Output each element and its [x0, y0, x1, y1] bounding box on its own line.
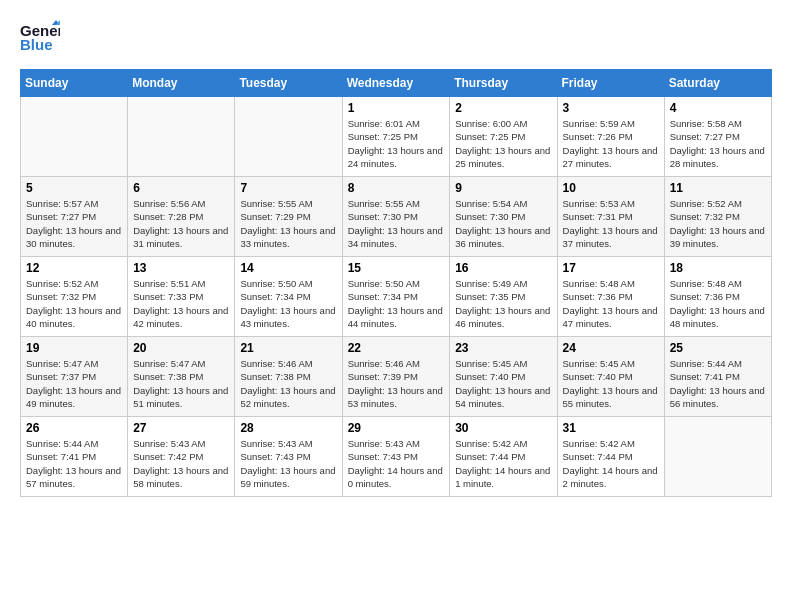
calendar-cell: 9Sunrise: 5:54 AMSunset: 7:30 PMDaylight…: [450, 177, 557, 257]
calendar-cell: 21Sunrise: 5:46 AMSunset: 7:38 PMDayligh…: [235, 337, 342, 417]
day-info: Sunrise: 5:43 AMSunset: 7:43 PMDaylight:…: [240, 437, 336, 490]
day-number: 26: [26, 421, 122, 435]
weekday-header-sunday: Sunday: [21, 70, 128, 97]
calendar-week-row: 12Sunrise: 5:52 AMSunset: 7:32 PMDayligh…: [21, 257, 772, 337]
day-number: 14: [240, 261, 336, 275]
day-number: 24: [563, 341, 659, 355]
day-info: Sunrise: 5:55 AMSunset: 7:30 PMDaylight:…: [348, 197, 445, 250]
day-number: 23: [455, 341, 551, 355]
calendar-table: SundayMondayTuesdayWednesdayThursdayFrid…: [20, 69, 772, 497]
day-info: Sunrise: 6:00 AMSunset: 7:25 PMDaylight:…: [455, 117, 551, 170]
day-number: 20: [133, 341, 229, 355]
calendar-cell: 22Sunrise: 5:46 AMSunset: 7:39 PMDayligh…: [342, 337, 450, 417]
day-info: Sunrise: 5:48 AMSunset: 7:36 PMDaylight:…: [563, 277, 659, 330]
day-info: Sunrise: 5:50 AMSunset: 7:34 PMDaylight:…: [240, 277, 336, 330]
day-number: 30: [455, 421, 551, 435]
day-info: Sunrise: 5:52 AMSunset: 7:32 PMDaylight:…: [26, 277, 122, 330]
calendar-cell: [664, 417, 771, 497]
day-number: 28: [240, 421, 336, 435]
calendar-cell: 1Sunrise: 6:01 AMSunset: 7:25 PMDaylight…: [342, 97, 450, 177]
weekday-header-row: SundayMondayTuesdayWednesdayThursdayFrid…: [21, 70, 772, 97]
day-info: Sunrise: 5:42 AMSunset: 7:44 PMDaylight:…: [455, 437, 551, 490]
day-number: 13: [133, 261, 229, 275]
calendar-cell: [128, 97, 235, 177]
day-number: 10: [563, 181, 659, 195]
day-number: 22: [348, 341, 445, 355]
day-info: Sunrise: 5:52 AMSunset: 7:32 PMDaylight:…: [670, 197, 766, 250]
calendar-week-row: 5Sunrise: 5:57 AMSunset: 7:27 PMDaylight…: [21, 177, 772, 257]
day-number: 29: [348, 421, 445, 435]
page-header: General Blue: [20, 20, 772, 59]
calendar-cell: 14Sunrise: 5:50 AMSunset: 7:34 PMDayligh…: [235, 257, 342, 337]
day-info: Sunrise: 5:55 AMSunset: 7:29 PMDaylight:…: [240, 197, 336, 250]
day-info: Sunrise: 5:47 AMSunset: 7:38 PMDaylight:…: [133, 357, 229, 410]
day-number: 15: [348, 261, 445, 275]
day-number: 31: [563, 421, 659, 435]
logo: General Blue: [20, 20, 60, 59]
day-info: Sunrise: 5:51 AMSunset: 7:33 PMDaylight:…: [133, 277, 229, 330]
calendar-cell: 3Sunrise: 5:59 AMSunset: 7:26 PMDaylight…: [557, 97, 664, 177]
calendar-cell: 12Sunrise: 5:52 AMSunset: 7:32 PMDayligh…: [21, 257, 128, 337]
day-number: 1: [348, 101, 445, 115]
day-info: Sunrise: 5:59 AMSunset: 7:26 PMDaylight:…: [563, 117, 659, 170]
calendar-cell: 17Sunrise: 5:48 AMSunset: 7:36 PMDayligh…: [557, 257, 664, 337]
day-number: 7: [240, 181, 336, 195]
day-number: 12: [26, 261, 122, 275]
day-info: Sunrise: 5:49 AMSunset: 7:35 PMDaylight:…: [455, 277, 551, 330]
calendar-cell: 7Sunrise: 5:55 AMSunset: 7:29 PMDaylight…: [235, 177, 342, 257]
day-number: 21: [240, 341, 336, 355]
calendar-cell: 18Sunrise: 5:48 AMSunset: 7:36 PMDayligh…: [664, 257, 771, 337]
svg-text:Blue: Blue: [20, 36, 53, 53]
calendar-cell: [21, 97, 128, 177]
calendar-cell: 13Sunrise: 5:51 AMSunset: 7:33 PMDayligh…: [128, 257, 235, 337]
day-number: 19: [26, 341, 122, 355]
day-info: Sunrise: 5:44 AMSunset: 7:41 PMDaylight:…: [26, 437, 122, 490]
logo-icon: General Blue: [20, 20, 60, 59]
calendar-cell: 24Sunrise: 5:45 AMSunset: 7:40 PMDayligh…: [557, 337, 664, 417]
calendar-cell: 6Sunrise: 5:56 AMSunset: 7:28 PMDaylight…: [128, 177, 235, 257]
calendar-cell: 8Sunrise: 5:55 AMSunset: 7:30 PMDaylight…: [342, 177, 450, 257]
day-number: 25: [670, 341, 766, 355]
calendar-cell: 16Sunrise: 5:49 AMSunset: 7:35 PMDayligh…: [450, 257, 557, 337]
day-number: 5: [26, 181, 122, 195]
day-info: Sunrise: 5:42 AMSunset: 7:44 PMDaylight:…: [563, 437, 659, 490]
day-info: Sunrise: 5:58 AMSunset: 7:27 PMDaylight:…: [670, 117, 766, 170]
weekday-header-wednesday: Wednesday: [342, 70, 450, 97]
day-info: Sunrise: 5:53 AMSunset: 7:31 PMDaylight:…: [563, 197, 659, 250]
day-number: 9: [455, 181, 551, 195]
calendar-cell: 2Sunrise: 6:00 AMSunset: 7:25 PMDaylight…: [450, 97, 557, 177]
calendar-cell: 30Sunrise: 5:42 AMSunset: 7:44 PMDayligh…: [450, 417, 557, 497]
calendar-cell: [235, 97, 342, 177]
day-info: Sunrise: 5:56 AMSunset: 7:28 PMDaylight:…: [133, 197, 229, 250]
day-info: Sunrise: 5:46 AMSunset: 7:38 PMDaylight:…: [240, 357, 336, 410]
day-info: Sunrise: 5:45 AMSunset: 7:40 PMDaylight:…: [455, 357, 551, 410]
calendar-cell: 23Sunrise: 5:45 AMSunset: 7:40 PMDayligh…: [450, 337, 557, 417]
weekday-header-friday: Friday: [557, 70, 664, 97]
day-info: Sunrise: 5:44 AMSunset: 7:41 PMDaylight:…: [670, 357, 766, 410]
day-info: Sunrise: 6:01 AMSunset: 7:25 PMDaylight:…: [348, 117, 445, 170]
day-info: Sunrise: 5:43 AMSunset: 7:42 PMDaylight:…: [133, 437, 229, 490]
calendar-week-row: 19Sunrise: 5:47 AMSunset: 7:37 PMDayligh…: [21, 337, 772, 417]
weekday-header-monday: Monday: [128, 70, 235, 97]
calendar-cell: 20Sunrise: 5:47 AMSunset: 7:38 PMDayligh…: [128, 337, 235, 417]
calendar-week-row: 26Sunrise: 5:44 AMSunset: 7:41 PMDayligh…: [21, 417, 772, 497]
day-number: 11: [670, 181, 766, 195]
calendar-cell: 27Sunrise: 5:43 AMSunset: 7:42 PMDayligh…: [128, 417, 235, 497]
weekday-header-saturday: Saturday: [664, 70, 771, 97]
weekday-header-thursday: Thursday: [450, 70, 557, 97]
day-number: 18: [670, 261, 766, 275]
calendar-cell: 4Sunrise: 5:58 AMSunset: 7:27 PMDaylight…: [664, 97, 771, 177]
day-number: 16: [455, 261, 551, 275]
calendar-cell: 29Sunrise: 5:43 AMSunset: 7:43 PMDayligh…: [342, 417, 450, 497]
day-number: 3: [563, 101, 659, 115]
day-info: Sunrise: 5:50 AMSunset: 7:34 PMDaylight:…: [348, 277, 445, 330]
day-info: Sunrise: 5:47 AMSunset: 7:37 PMDaylight:…: [26, 357, 122, 410]
calendar-cell: 10Sunrise: 5:53 AMSunset: 7:31 PMDayligh…: [557, 177, 664, 257]
calendar-cell: 5Sunrise: 5:57 AMSunset: 7:27 PMDaylight…: [21, 177, 128, 257]
day-info: Sunrise: 5:45 AMSunset: 7:40 PMDaylight:…: [563, 357, 659, 410]
calendar-cell: 28Sunrise: 5:43 AMSunset: 7:43 PMDayligh…: [235, 417, 342, 497]
weekday-header-tuesday: Tuesday: [235, 70, 342, 97]
calendar-cell: 15Sunrise: 5:50 AMSunset: 7:34 PMDayligh…: [342, 257, 450, 337]
calendar-cell: 26Sunrise: 5:44 AMSunset: 7:41 PMDayligh…: [21, 417, 128, 497]
day-info: Sunrise: 5:54 AMSunset: 7:30 PMDaylight:…: [455, 197, 551, 250]
